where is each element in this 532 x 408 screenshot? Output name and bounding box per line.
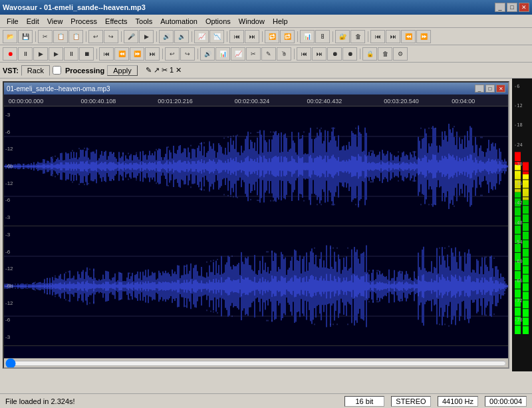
time-marker: 00:02:00.324 [235,98,270,104]
transport-btn-pause-btn[interactable]: ⏸ [18,47,33,61]
transport-btn-prev-btn[interactable]: ⏮ [99,47,114,61]
toolbar-1: 📂💾✂📋📋↩↪🎤▶🔊🔉📈📉⏮⏭🔁🔂📊🎚🔐🗑⏮⏭⏪⏩ [0,28,532,45]
transport-btn-undo2[interactable]: ↩ [165,47,180,61]
transport-btn-cut2[interactable]: ✂ [246,47,261,61]
toolbar-btn-vol-up[interactable]: 🔊 [159,30,174,43]
time-marker: 00:02:40.432 [307,98,342,104]
separator-sep10 [366,30,370,43]
transport-btn-sm2[interactable]: ⏭ [312,47,327,61]
menu-item-file[interactable]: File [3,16,23,27]
toolbar-btn-loop2[interactable]: 🔂 [280,30,295,43]
y-labels-ch1: -3 -6 -12 -6b -12 -6 -3 [5,106,13,226]
menu-item-effects[interactable]: Effects [101,16,131,27]
toolbar-btn-eq[interactable]: 🎚 [315,30,330,43]
toolbar-btn-loop[interactable]: 🔁 [265,30,279,43]
channel-2: -3 -6 -12 -6b -12 -6 -3 [4,226,508,346]
toolbar-btn-zoom-out[interactable]: 📉 [209,30,224,43]
transport-btn-redo2[interactable]: ↪ [180,47,195,61]
separator-sep8 [295,30,299,43]
duration: 00:00:004 [485,396,527,407]
transport-btn-rw-btn[interactable]: ⏪ [114,47,129,61]
separator-sep9 [331,30,334,43]
time-marker: 00:04:00 [452,98,475,104]
vst-label: VST: [3,67,19,75]
transport-btn-mute[interactable]: 🔊 [200,47,215,61]
transport-btn-ff-btn[interactable]: ⏩ [130,47,144,61]
transport-btn-del2[interactable]: 🗑 [378,47,392,61]
toolbar-btn-lock[interactable]: 🔐 [335,30,350,43]
toolbar-btn-redo[interactable]: ↪ [104,30,118,43]
transport-btn-play-alt[interactable]: ▶ [49,47,63,61]
rack-tab[interactable]: Rack [21,65,50,76]
toolbar-btn-spectrum[interactable]: 📊 [300,30,315,43]
toolbar-btn-ff[interactable]: ⏩ [416,30,431,43]
status-message: File loaded in 2.324s! [5,397,338,405]
maximize-button[interactable]: □ [507,3,517,12]
separator-t2-s1 [94,47,98,61]
transport-btn-ptr[interactable]: 🖱 [277,47,291,61]
status-right: 16 bit STEREO 44100 Hz 00:00:004 [344,396,527,407]
minimize-button[interactable]: _ [495,3,505,12]
separator-sep1 [33,30,37,43]
menu-item-edit[interactable]: Edit [23,16,43,27]
menu-item-automation[interactable]: Automation [156,16,201,27]
transport-btn-mk2[interactable]: ⏺ [342,47,357,61]
scroll-slider[interactable] [5,359,507,367]
toolbar-btn-record[interactable]: 🎤 [124,30,138,43]
wf-minimize-button[interactable]: _ [475,85,484,93]
transport-btn-play-btn[interactable]: ▶ [33,47,48,61]
wf-close-button[interactable]: ✕ [496,85,505,93]
timeline-ruler: 00:00:00.00000:00:40.10800:01:20.21600:0… [4,95,508,106]
transport-btn-mk1[interactable]: ⏺ [327,47,342,61]
time-marker: 00:00:40.108 [81,98,116,104]
wf-maximize-button[interactable]: □ [485,85,495,93]
transport-btn-sm1[interactable]: ⏮ [297,47,311,61]
horizontal-scrollbar[interactable] [4,358,508,367]
separator-sep4 [154,30,158,43]
toolbar-btn-copy[interactable]: 📋 [53,30,68,43]
apply-button[interactable]: Apply [107,65,138,76]
transport-btn-pause-alt[interactable]: ⏸ [64,47,78,61]
toolbar-btn-rw[interactable]: ⏪ [401,30,416,43]
toolbar-btn-ff-prev[interactable]: ⏮ [370,30,385,43]
vst-bar: VST: Rack Processing Apply ✎ ↗ ✂ 1 ✕ [0,63,532,79]
cursor-tools: ✎ ↗ ✂ 1 ✕ [146,66,182,75]
transport-btn-stop-btn[interactable]: ⏹ [79,47,94,61]
transport-btn-next-btn[interactable]: ⏭ [145,47,160,61]
transport-btn-env[interactable]: 📈 [231,47,245,61]
toolbar-btn-cut[interactable]: ✂ [38,30,53,43]
menu-item-window[interactable]: Window [235,16,269,27]
waveform-title: 01-emeli_sande--heaven-oma.mp3 [7,85,110,93]
toolbar-btn-zoom-in[interactable]: 📈 [194,30,209,43]
title-bar: Wavosaur - 01-emeli_sande--heaven.mp3 _ … [0,0,532,15]
menu-item-process[interactable]: Process [66,16,101,27]
separator-sep5 [190,30,194,43]
waveform-channels: -3 -6 -12 -6b -12 -6 -3 -3 -6 -12 [4,106,508,358]
toolbar-btn-undo[interactable]: ↩ [88,30,103,43]
main-area: 01-emeli_sande--heaven-oma.mp3 _ □ ✕ 00:… [0,79,532,371]
transport-btn-cfg[interactable]: ⚙ [393,47,408,61]
toolbar-btn-save[interactable]: 💾 [18,30,33,43]
toolbar-btn-ff-next[interactable]: ⏭ [386,30,400,43]
toolbar-btn-delete[interactable]: 🗑 [350,30,365,43]
menu-item-help[interactable]: Help [269,16,292,27]
transport-btn-pencil[interactable]: ✎ [261,47,276,61]
processing-label: Processing [65,67,104,75]
transport-btn-wave[interactable]: 📊 [215,47,230,61]
sample-rate: 44100 Hz [438,396,478,407]
toolbar-btn-go-end[interactable]: ⏭ [245,30,259,43]
toolbar-btn-play-fwd[interactable]: ▶ [139,30,154,43]
processing-checkbox[interactable] [53,66,61,75]
separator-sep2 [84,30,88,43]
toolbar-btn-vol-dn[interactable]: 🔉 [174,30,189,43]
close-button[interactable]: ✕ [519,3,529,12]
menu-item-tools[interactable]: Tools [132,16,157,27]
toolbar-btn-paste[interactable]: 📋 [68,30,83,43]
transport-btn-lock2[interactable]: 🔒 [362,47,377,61]
transport-btn-record-btn[interactable]: ⏺ [3,47,17,61]
toolbar-btn-go-start[interactable]: ⏮ [229,30,244,43]
menu-item-options[interactable]: Options [201,16,235,27]
toolbar-btn-open[interactable]: 📂 [3,30,17,43]
menu-item-view[interactable]: View [43,16,67,27]
window-title: Wavosaur - 01-emeli_sande--heaven.mp3 [3,3,146,11]
